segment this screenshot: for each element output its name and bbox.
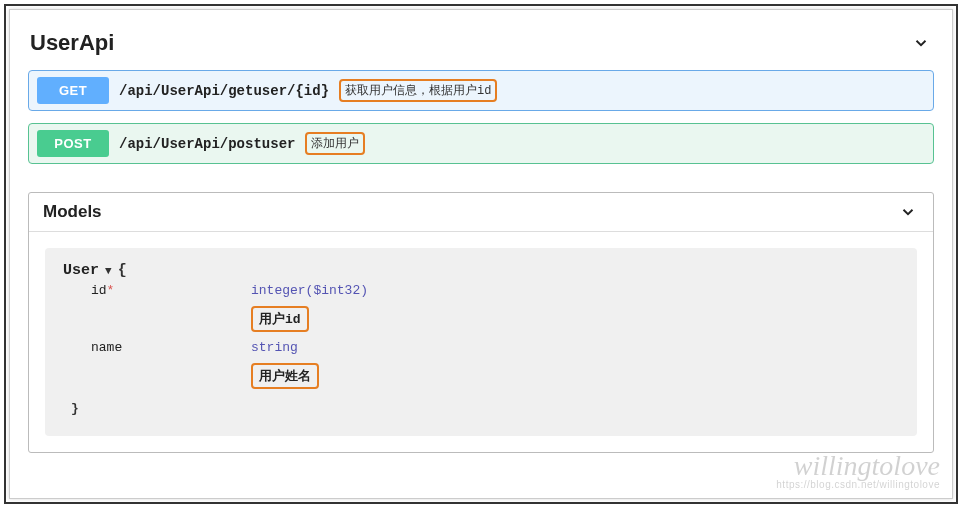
property-name: name <box>91 340 251 355</box>
endpoint-row-post[interactable]: POST /api/UserApi/postuser 添加用户 <box>28 123 934 164</box>
property-type: string <box>251 340 298 355</box>
endpoint-summary: 添加用户 <box>305 132 365 155</box>
property-description: 用户id <box>251 306 309 332</box>
model-name-row[interactable]: User ▼ { <box>63 262 899 279</box>
model-schema-box: User ▼ { id* integer($int32) 用户id <box>45 248 917 436</box>
watermark: willingtolove https://blog.csdn.net/will… <box>776 452 940 490</box>
caret-down-icon: ▼ <box>105 265 112 277</box>
brace-close: } <box>63 401 899 416</box>
endpoint-path: /api/UserApi/getuser/{id} <box>119 83 329 99</box>
property-type: integer($int32) <box>251 283 368 298</box>
models-title: Models <box>43 202 102 222</box>
model-property-row: name string <box>63 340 899 355</box>
method-badge-post: POST <box>37 130 109 157</box>
method-badge-get: GET <box>37 77 109 104</box>
models-header[interactable]: Models <box>29 193 933 232</box>
property-name: id* <box>91 283 251 298</box>
endpoint-path: /api/UserApi/postuser <box>119 136 295 152</box>
models-panel: Models User ▼ { id* intege <box>28 192 934 453</box>
endpoint-summary: 获取用户信息，根据用户id <box>339 79 497 102</box>
property-description-row: 用户姓名 <box>63 363 899 389</box>
model-name: User <box>63 262 99 279</box>
models-body: User ▼ { id* integer($int32) 用户id <box>29 232 933 452</box>
chevron-down-icon <box>897 201 919 223</box>
brace-open: { <box>118 262 127 279</box>
chevron-down-icon <box>910 32 932 54</box>
endpoint-row-get[interactable]: GET /api/UserApi/getuser/{id} 获取用户信息，根据用… <box>28 70 934 111</box>
property-description-row: 用户id <box>63 306 899 332</box>
required-star-icon: * <box>107 283 115 298</box>
model-property-row: id* integer($int32) <box>63 283 899 298</box>
api-group-header[interactable]: UserApi <box>28 24 934 70</box>
api-group-title: UserApi <box>30 30 114 56</box>
property-description: 用户姓名 <box>251 363 319 389</box>
